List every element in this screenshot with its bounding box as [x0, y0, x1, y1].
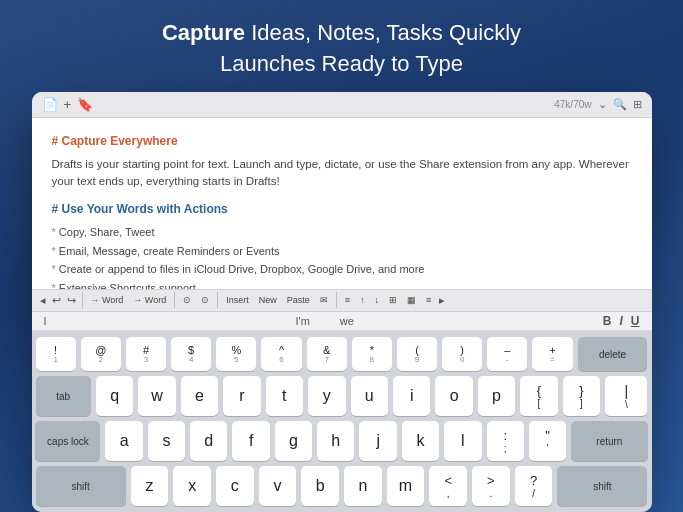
key-z[interactable]: z [131, 466, 169, 506]
subheading-text: Use Your Words with Actions [62, 202, 228, 216]
delete-key[interactable]: delete [578, 337, 648, 371]
word-right[interactable]: we [340, 315, 354, 327]
list-item: Copy, Share, Tweet [52, 223, 632, 242]
key-i[interactable]: i [393, 376, 430, 416]
list-btn[interactable]: ≡ [341, 294, 354, 306]
toolbar: ◂ ↩ ↪ → Word → Word ⊙ ⊙ Insert New Paste… [32, 289, 652, 312]
sep1 [82, 292, 83, 308]
key-gt[interactable]: >. [472, 466, 510, 506]
key-h[interactable]: h [317, 421, 354, 461]
word-btn-1[interactable]: → Word [87, 294, 128, 306]
key-8[interactable]: *8 [352, 337, 392, 371]
key-4[interactable]: $4 [171, 337, 211, 371]
toolbar-left-arrow[interactable]: ◂ [38, 293, 48, 308]
heading-text: Capture Everywhere [62, 134, 178, 148]
word-row-format: B I U [603, 314, 640, 328]
key-t[interactable]: t [266, 376, 303, 416]
key-9[interactable]: (9 [397, 337, 437, 371]
key-w[interactable]: w [138, 376, 175, 416]
key-m[interactable]: m [387, 466, 425, 506]
key-r[interactable]: r [223, 376, 260, 416]
list-item: Email, Message, create Reminders or Even… [52, 242, 632, 261]
layout-icon[interactable]: ⊞ [633, 98, 642, 111]
chevron-down-icon[interactable]: ⌄ [598, 98, 607, 111]
word-btn-2[interactable]: → Word [129, 294, 170, 306]
key-dash[interactable]: –- [487, 337, 527, 371]
mail-btn[interactable]: ✉ [316, 294, 332, 306]
key-d[interactable]: d [190, 421, 227, 461]
table-btn[interactable]: ▦ [403, 294, 420, 306]
key-lbrace[interactable]: {[ [520, 376, 557, 416]
key-2[interactable]: @2 [81, 337, 121, 371]
return-key[interactable]: return [571, 421, 647, 461]
key-j[interactable]: j [359, 421, 396, 461]
key-q[interactable]: q [96, 376, 133, 416]
key-b[interactable]: b [301, 466, 339, 506]
key-5[interactable]: %5 [216, 337, 256, 371]
key-y[interactable]: y [308, 376, 345, 416]
key-lt[interactable]: <, [429, 466, 467, 506]
key-colon[interactable]: :; [487, 421, 524, 461]
number-row: !1 @2 #3 $4 %5 ^6 &7 *8 (9 )0 –- += dele… [36, 337, 648, 371]
down-btn[interactable]: ↓ [371, 294, 384, 306]
key-backslash[interactable]: |\ [605, 376, 647, 416]
circle-btn-1[interactable]: ⊙ [179, 294, 195, 306]
word-left[interactable]: I [44, 315, 47, 327]
key-equal[interactable]: += [532, 337, 572, 371]
add-icon[interactable]: + [64, 97, 72, 112]
italic-button[interactable]: I [619, 314, 622, 328]
key-quote[interactable]: "' [529, 421, 566, 461]
word-center[interactable]: I'm [295, 315, 309, 327]
new-doc-icon[interactable]: 📄 [42, 97, 58, 112]
key-0[interactable]: )0 [442, 337, 482, 371]
header-bold: Capture [162, 20, 245, 45]
key-e[interactable]: e [181, 376, 218, 416]
key-rbrace[interactable]: }] [563, 376, 600, 416]
circle-btn-2[interactable]: ⊙ [197, 294, 213, 306]
key-u[interactable]: u [351, 376, 388, 416]
list-item: Create or append to files in iCloud Driv… [52, 260, 632, 279]
toolbar-back-icon[interactable]: ↩ [50, 293, 63, 308]
toolbar-right-arrow[interactable]: ▸ [437, 293, 447, 308]
title-bar-left: 📄 + 🔖 [42, 97, 94, 112]
header-title: Capture Ideas, Notes, Tasks Quickly Laun… [162, 18, 521, 80]
key-3[interactable]: #3 [126, 337, 166, 371]
search-icon[interactable]: 🔍 [613, 98, 627, 111]
doc-heading: # Capture Everywhere [52, 132, 632, 150]
bold-button[interactable]: B [603, 314, 612, 328]
up-btn[interactable]: ↑ [356, 294, 369, 306]
key-1[interactable]: !1 [36, 337, 76, 371]
key-p[interactable]: p [478, 376, 515, 416]
document-area: # Capture Everywhere Drafts is your star… [32, 118, 652, 289]
bookmark-icon[interactable]: 🔖 [77, 97, 93, 112]
word-count: 47k/70w [554, 99, 591, 110]
q-row: tab q w e r t y u i o p {[ }] |\ [36, 376, 648, 416]
key-a[interactable]: a [105, 421, 142, 461]
key-6[interactable]: ^6 [261, 337, 301, 371]
insert-btn[interactable]: Insert [222, 294, 253, 306]
key-k[interactable]: k [402, 421, 439, 461]
a-row: caps lock a s d f g h j k l :; "' return [36, 421, 648, 461]
key-v[interactable]: v [259, 466, 297, 506]
key-7[interactable]: &7 [307, 337, 347, 371]
right-shift-key[interactable]: shift [557, 466, 647, 506]
new-btn[interactable]: New [255, 294, 281, 306]
key-n[interactable]: n [344, 466, 382, 506]
grid-btn[interactable]: ⊞ [385, 294, 401, 306]
menu-btn[interactable]: ≡ [422, 294, 435, 306]
key-o[interactable]: o [435, 376, 472, 416]
paste-btn[interactable]: Paste [283, 294, 314, 306]
caps-lock-key[interactable]: caps lock [35, 421, 100, 461]
toolbar-forward-icon[interactable]: ↪ [65, 293, 78, 308]
key-s[interactable]: s [148, 421, 185, 461]
key-question[interactable]: ?/ [515, 466, 553, 506]
key-c[interactable]: c [216, 466, 254, 506]
tab-key[interactable]: tab [36, 376, 91, 416]
underline-button[interactable]: U [631, 314, 640, 328]
key-l[interactable]: l [444, 421, 481, 461]
word-row-center: I'm we [295, 315, 353, 327]
key-f[interactable]: f [232, 421, 269, 461]
key-g[interactable]: g [275, 421, 312, 461]
left-shift-key[interactable]: shift [36, 466, 126, 506]
key-x[interactable]: x [173, 466, 211, 506]
